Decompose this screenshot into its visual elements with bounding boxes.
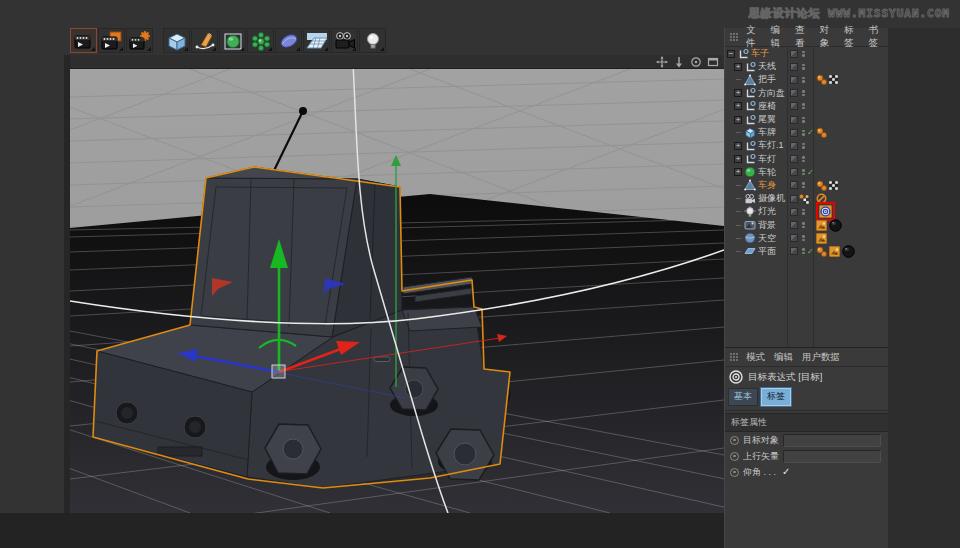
animation-dot-icon[interactable] xyxy=(730,468,739,477)
cube-object-icon[interactable] xyxy=(744,127,756,139)
null-object-icon[interactable] xyxy=(744,87,756,99)
object-row[interactable]: +车灯.1 xyxy=(725,139,888,152)
plane-object-icon[interactable] xyxy=(744,245,756,257)
render-to-picture-viewer-icon[interactable] xyxy=(98,28,125,53)
object-name[interactable]: 车牌 xyxy=(758,126,776,139)
expand-icon[interactable]: + xyxy=(734,89,742,97)
texture-tag-icon[interactable] xyxy=(816,233,827,244)
layer-chip-icon[interactable] xyxy=(787,142,800,150)
attribute-manager-menu-2[interactable]: 用户数据 xyxy=(802,351,840,364)
material-tag-icon[interactable] xyxy=(842,245,855,258)
visibility-dots[interactable] xyxy=(800,169,807,175)
light-object-icon[interactable] xyxy=(744,206,756,218)
attribute-manager-menu-0[interactable]: 模式 xyxy=(746,351,765,364)
poly-object-icon[interactable] xyxy=(744,179,756,191)
sky-object-icon[interactable] xyxy=(744,232,756,244)
viewport-3d[interactable] xyxy=(70,55,724,513)
panel-grip-icon[interactable] xyxy=(729,348,739,366)
object-name[interactable]: 灯光 xyxy=(758,205,776,218)
visibility-dots[interactable] xyxy=(800,182,807,188)
object-row[interactable]: +天线 xyxy=(725,60,888,73)
object-name[interactable]: 尾翼 xyxy=(758,113,776,126)
object-row[interactable]: −车子 xyxy=(725,47,888,60)
layer-chip-icon[interactable] xyxy=(787,116,800,124)
object-name[interactable]: 背景 xyxy=(758,219,776,232)
layer-chip-icon[interactable] xyxy=(787,89,800,97)
object-row[interactable]: +尾翼 xyxy=(725,113,888,126)
layer-chip-icon[interactable] xyxy=(787,129,800,137)
animation-dot-icon[interactable] xyxy=(730,452,739,461)
layer-chip-icon[interactable] xyxy=(787,247,800,255)
expand-icon[interactable]: + xyxy=(734,142,742,150)
texture-x-tag-icon[interactable] xyxy=(829,181,838,190)
visibility-dots[interactable] xyxy=(800,156,807,162)
visibility-dots[interactable] xyxy=(800,130,807,136)
viewport-3d-scene[interactable] xyxy=(70,69,724,513)
floor-object-icon[interactable] xyxy=(303,28,330,53)
material-tag-icon[interactable] xyxy=(829,219,842,232)
tab-tag[interactable]: 标签 xyxy=(761,388,791,406)
expand-icon[interactable]: + xyxy=(734,116,742,124)
object-row[interactable]: 把手 xyxy=(725,73,888,86)
subdivision-surface-icon[interactable] xyxy=(219,28,246,53)
object-name[interactable]: 车灯.1 xyxy=(758,139,784,152)
null-object-icon[interactable] xyxy=(744,140,756,152)
expand-icon[interactable]: + xyxy=(734,155,742,163)
sphere-object-icon[interactable] xyxy=(744,166,756,178)
tab-basic[interactable]: 基本 xyxy=(728,388,758,406)
layer-chip-icon[interactable] xyxy=(787,181,800,189)
object-row[interactable]: 灯光 xyxy=(725,205,888,218)
cube-primitive-icon[interactable] xyxy=(163,28,190,53)
null-object-icon[interactable] xyxy=(744,100,756,112)
bend-deformer-icon[interactable] xyxy=(275,28,302,53)
object-name[interactable]: 天线 xyxy=(758,60,776,73)
texture-tag-icon[interactable] xyxy=(816,220,827,231)
object-manager-list[interactable]: −车子+天线把手+方向盘+座椅+尾翼车牌✓+车灯.1+车灯+车轮✓车身摄像机灯光… xyxy=(725,47,888,347)
gizmo-center-cube[interactable] xyxy=(272,365,285,378)
object-row[interactable]: 车身 xyxy=(725,179,888,192)
panel-grip-icon[interactable] xyxy=(729,28,739,46)
object-name[interactable]: 平面 xyxy=(758,245,776,258)
phong-tag-icon[interactable] xyxy=(816,246,827,257)
object-name[interactable]: 车子 xyxy=(751,47,769,60)
layer-chip-icon[interactable] xyxy=(787,102,800,110)
object-name[interactable]: 座椅 xyxy=(758,100,776,113)
null-object-icon[interactable] xyxy=(744,153,756,165)
layer-chip-icon[interactable] xyxy=(787,208,800,216)
expand-icon[interactable]: + xyxy=(734,168,742,176)
collapse-icon[interactable]: − xyxy=(727,50,735,58)
visibility-dots[interactable] xyxy=(800,194,807,204)
layer-chip-icon[interactable] xyxy=(787,63,800,71)
visibility-dots[interactable] xyxy=(800,77,807,83)
texture-x-tag-icon[interactable] xyxy=(829,75,838,84)
phong-tag-icon[interactable] xyxy=(816,180,827,191)
enabled-check[interactable]: ✓ xyxy=(807,168,813,177)
target-tag-icon[interactable] xyxy=(819,205,832,218)
visibility-dots[interactable] xyxy=(800,235,807,241)
toggle-view-icon[interactable] xyxy=(707,56,719,68)
layer-chip-icon[interactable] xyxy=(787,76,800,84)
dolly-icon[interactable] xyxy=(673,56,685,68)
null-object-icon[interactable] xyxy=(744,114,756,126)
array-generator-icon[interactable] xyxy=(247,28,274,53)
pan-icon[interactable] xyxy=(656,56,668,68)
texture-tag-icon[interactable] xyxy=(829,246,840,257)
null-object-icon[interactable] xyxy=(744,61,756,73)
object-row[interactable]: 车牌✓ xyxy=(725,126,888,139)
object-name[interactable]: 车轮 xyxy=(758,166,776,179)
background-object-icon[interactable] xyxy=(744,219,756,231)
object-row[interactable]: +方向盘 xyxy=(725,87,888,100)
camera-object-icon[interactable] xyxy=(744,193,756,205)
link-field[interactable] xyxy=(783,434,881,447)
phong-tag-icon[interactable] xyxy=(816,74,827,85)
pen-spline-icon[interactable] xyxy=(191,28,218,53)
light-object-icon[interactable] xyxy=(359,28,386,53)
object-name[interactable]: 摄像机 xyxy=(758,192,785,205)
visibility-dots[interactable] xyxy=(800,248,807,254)
poly-object-icon[interactable] xyxy=(744,74,756,86)
rotate-icon[interactable] xyxy=(690,56,702,68)
camera-object-icon[interactable] xyxy=(331,28,358,53)
layer-chip-icon[interactable] xyxy=(787,168,800,176)
object-name[interactable]: 方向盘 xyxy=(758,87,785,100)
visibility-dots[interactable] xyxy=(800,209,807,215)
